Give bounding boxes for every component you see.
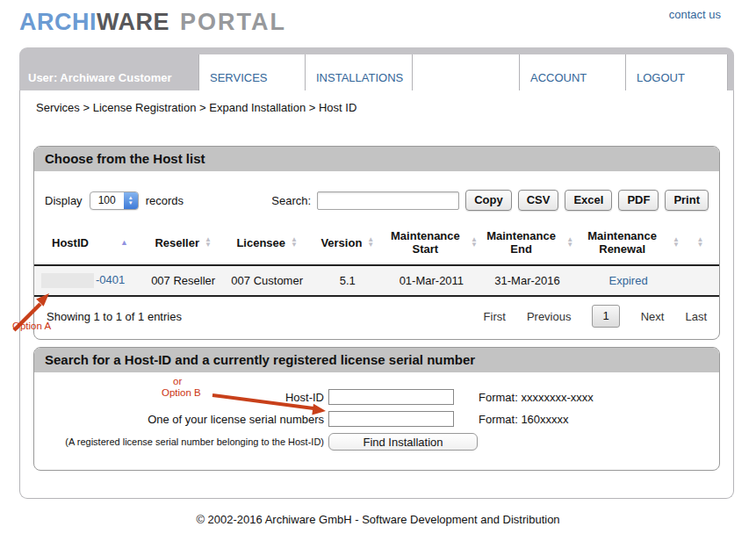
table-footer: Showing 1 to 1 of 1 entries First Previo…	[34, 297, 719, 339]
nav-tab-installations[interactable]: INSTALLATIONS	[305, 54, 412, 90]
sort-both-icon: ▲▼	[291, 237, 298, 249]
host-list-panel: Choose from the Host list Display 100 ▲▼…	[33, 146, 720, 340]
records-label: records	[146, 194, 184, 207]
serial-note: (A registered license serial number belo…	[34, 436, 324, 447]
search-host-id-panel: Search for a Host-ID and a currently reg…	[33, 347, 720, 471]
nav-bar: User: Archiware Customer SERVICES INSTAL…	[19, 47, 734, 90]
column-header-maintenance-end[interactable]: Maintenance End ▲▼	[479, 226, 575, 265]
cell-licensee: 007 Customer	[222, 265, 311, 296]
pagination-first[interactable]: First	[484, 310, 506, 323]
page-container: Services > License Registration > Expand…	[19, 90, 734, 499]
contact-us-link[interactable]: contact us	[669, 8, 721, 21]
column-header-maintenance-start[interactable]: Maintenance Start ▲▼	[384, 226, 479, 265]
search-input[interactable]	[317, 191, 459, 210]
csv-button[interactable]: CSV	[518, 190, 559, 211]
column-header-version[interactable]: Version ▲▼	[312, 226, 384, 265]
cell-empty	[681, 265, 719, 296]
app-logo: ARCHIWAREPORTAL	[19, 9, 286, 36]
sort-both-icon: ▲▼	[205, 237, 212, 249]
table-row: -0401 007 Reseller 007 Customer 5.1 01-M…	[34, 265, 719, 296]
sort-both-icon: ▲▼	[673, 237, 680, 249]
copy-button[interactable]: Copy	[465, 190, 512, 211]
column-header-maintenance-renewal[interactable]: Maintenance Renewal ▲▼	[575, 226, 681, 265]
column-header-licensee[interactable]: Licensee ▲▼	[222, 226, 311, 265]
pagination-last[interactable]: Last	[685, 310, 707, 323]
pagination-page-1[interactable]: 1	[592, 305, 619, 328]
excel-button[interactable]: Excel	[565, 190, 612, 211]
nav-tab-empty	[412, 54, 519, 90]
serial-number-field[interactable]	[328, 411, 454, 427]
sort-both-icon: ▲▼	[471, 237, 478, 249]
copyright-footer: © 2002-2016 Archiware GmbH - Software De…	[0, 513, 756, 526]
showing-entries-text: Showing 1 to 1 of 1 entries	[47, 310, 182, 323]
search-panel-body: Host-ID Format: xxxxxxxx-xxxx One of you…	[34, 372, 719, 470]
cell-hostid: -0401	[34, 265, 144, 296]
option-a-label: Option A	[12, 321, 51, 331]
sort-both-icon: ▲▼	[367, 237, 374, 249]
option-b-or-label: or	[173, 376, 182, 386]
column-header-reseller[interactable]: Reseller ▲▼	[144, 226, 223, 265]
nav-tab-services[interactable]: SERVICES	[198, 54, 305, 90]
records-per-page-value: 100	[90, 192, 124, 209]
serial-format-hint: Format: 160xxxxx	[479, 413, 569, 426]
sort-both-icon: ▲▼	[697, 237, 704, 249]
print-button[interactable]: Print	[665, 190, 709, 211]
select-stepper-icon: ▲▼	[124, 192, 138, 209]
logo-portal: PORTAL	[180, 9, 286, 35]
find-installation-button[interactable]: Find Installation	[328, 433, 478, 451]
cell-reseller: 007 Reseller	[144, 265, 223, 296]
host-id-field[interactable]	[328, 389, 454, 405]
breadcrumb[interactable]: Services > License Registration > Expand…	[36, 101, 356, 114]
search-panel-title: Search for a Host-ID and a currently reg…	[34, 348, 719, 372]
table-controls: Display 100 ▲▼ records Search: Copy CSV …	[34, 171, 719, 226]
cell-maintenance-start: 01-Mar-2011	[384, 265, 479, 296]
hostid-link[interactable]: -0401	[96, 273, 125, 286]
serial-number-label: One of your license serial numbers	[34, 413, 324, 426]
logo-archi: ARCHI	[19, 9, 97, 35]
cell-version: 5.1	[312, 265, 384, 296]
search-label: Search:	[271, 194, 311, 207]
host-id-format-hint: Format: xxxxxxxx-xxxx	[479, 391, 594, 404]
nav-tab-account[interactable]: ACCOUNT	[519, 54, 625, 90]
nav-tab-logout[interactable]: LOGOUT	[625, 54, 728, 90]
option-b-label: Option B	[162, 387, 201, 398]
records-per-page-select[interactable]: 100 ▲▼	[90, 191, 139, 210]
host-table: HostID ▲ Reseller ▲▼ Licensee ▲▼ Version	[34, 226, 719, 297]
table-header-row: HostID ▲ Reseller ▲▼ Licensee ▲▼ Version	[34, 226, 719, 265]
column-header-hostid[interactable]: HostID ▲	[34, 226, 144, 265]
sort-both-icon: ▲▼	[566, 237, 573, 249]
nav-tabs: SERVICES INSTALLATIONS ACCOUNT LOGOUT	[198, 47, 734, 90]
pagination-next[interactable]: Next	[641, 310, 665, 323]
display-label: Display	[45, 194, 83, 207]
nav-user-label: User: Archiware Customer	[19, 47, 198, 90]
pagination: First Previous 1 Next Last	[484, 305, 707, 328]
host-list-panel-title: Choose from the Host list	[34, 147, 719, 171]
cell-maintenance-end: 31-Mar-2016	[479, 265, 575, 296]
expired-link[interactable]: Expired	[609, 274, 648, 287]
sort-ascending-icon: ▲	[120, 238, 128, 247]
pagination-previous[interactable]: Previous	[527, 310, 572, 323]
cell-maintenance-renewal: Expired	[575, 265, 681, 296]
logo-ware: WARE	[97, 9, 169, 35]
pdf-button[interactable]: PDF	[618, 190, 659, 211]
redacted-host-name	[41, 273, 94, 288]
column-header-empty[interactable]: ▲▼	[681, 226, 719, 265]
